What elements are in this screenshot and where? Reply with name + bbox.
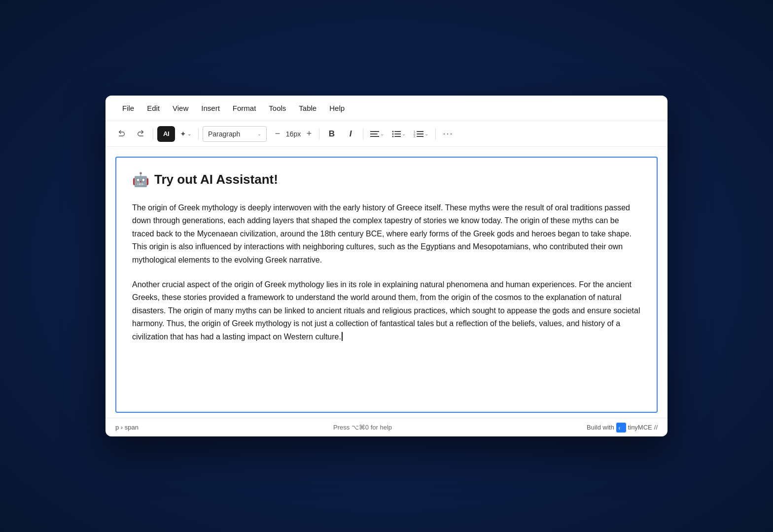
brand-name: tinyMCE	[628, 424, 652, 431]
font-size-increase[interactable]: +	[303, 128, 315, 140]
menu-edit[interactable]: Edit	[142, 101, 165, 115]
divider-1	[153, 128, 153, 140]
editor-frame[interactable]: 🤖 Try out AI Assistant! The origin of Gr…	[115, 157, 658, 413]
editor-heading: 🤖 Try out AI Assistant!	[132, 171, 641, 188]
menu-bar: File Edit View Insert Format Tools Table…	[105, 96, 668, 121]
menu-format[interactable]: Format	[228, 101, 261, 115]
menu-file[interactable]: File	[117, 101, 139, 115]
ai-button[interactable]: AI	[157, 126, 175, 142]
robot-emoji: 🤖	[132, 171, 149, 188]
divider-2	[198, 128, 199, 140]
ordered-list-button[interactable]: 1. 2. 3. ⌄	[411, 126, 431, 142]
align-button[interactable]: ⌄	[367, 126, 387, 142]
ai-button-label: AI	[163, 130, 169, 137]
more-options-button[interactable]: ···	[440, 126, 457, 142]
menu-help[interactable]: Help	[324, 101, 350, 115]
bold-button[interactable]: B	[323, 126, 340, 142]
paragraph-select[interactable]: Paragraph ⌄	[203, 126, 267, 142]
menu-insert[interactable]: Insert	[196, 101, 225, 115]
editor-window: File Edit View Insert Format Tools Table…	[105, 96, 668, 436]
divider-3	[319, 128, 319, 140]
tinymce-logo: t	[616, 423, 626, 432]
ordered-list-chevron: ⌄	[424, 131, 428, 136]
magic-icon: ✦	[180, 130, 186, 138]
toolbar: AI ✦ ⌄ Paragraph ⌄ − 16px + B I	[105, 121, 668, 147]
menu-view[interactable]: View	[168, 101, 193, 115]
list-button[interactable]: ⌄	[389, 126, 409, 142]
undo-button[interactable]	[113, 126, 130, 142]
shortcut-hint: Press ⌥⌘0 for help	[333, 424, 392, 431]
divider-5	[435, 128, 436, 140]
redo-button[interactable]	[132, 126, 149, 142]
magic-button[interactable]: ✦ ⌄	[177, 126, 194, 142]
breadcrumb-text: p › span	[115, 424, 139, 431]
italic-button[interactable]: I	[342, 126, 359, 142]
magic-chevron: ⌄	[187, 131, 191, 136]
paragraph-label: Paragraph	[208, 130, 240, 138]
font-size-value: 16px	[285, 130, 301, 138]
svg-point-3	[392, 131, 394, 132]
breadcrumb: p › span	[115, 424, 139, 431]
brand-prefix: Build with	[587, 424, 614, 431]
menu-tools[interactable]: Tools	[264, 101, 291, 115]
paragraph-chevron: ⌄	[257, 131, 261, 136]
more-options-icon: ···	[443, 129, 453, 139]
svg-text:3.: 3.	[414, 135, 416, 137]
svg-point-5	[392, 133, 394, 134]
font-size-decrease[interactable]: −	[272, 128, 283, 140]
tinymce-brand: Build with t tinyMCE //	[587, 423, 658, 432]
paragraph-1: The origin of Greek mythology is deeply …	[132, 201, 641, 266]
status-bar: p › span Press ⌥⌘0 for help Build with t…	[105, 418, 668, 436]
paragraph-2: Another crucial aspect of the origin of …	[132, 278, 641, 343]
version-symbol: //	[654, 424, 658, 431]
paragraph-2-text: Another crucial aspect of the origin of …	[132, 280, 640, 341]
italic-icon: I	[350, 129, 352, 139]
divider-4	[363, 128, 363, 140]
heading-text: Try out AI Assistant!	[154, 172, 278, 187]
svg-point-7	[392, 135, 394, 137]
align-chevron: ⌄	[380, 131, 384, 136]
content-area: 🤖 Try out AI Assistant! The origin of Gr…	[105, 147, 668, 413]
text-cursor	[342, 332, 343, 341]
bold-icon: B	[329, 129, 335, 139]
menu-table[interactable]: Table	[294, 101, 321, 115]
list-chevron: ⌄	[402, 131, 406, 136]
